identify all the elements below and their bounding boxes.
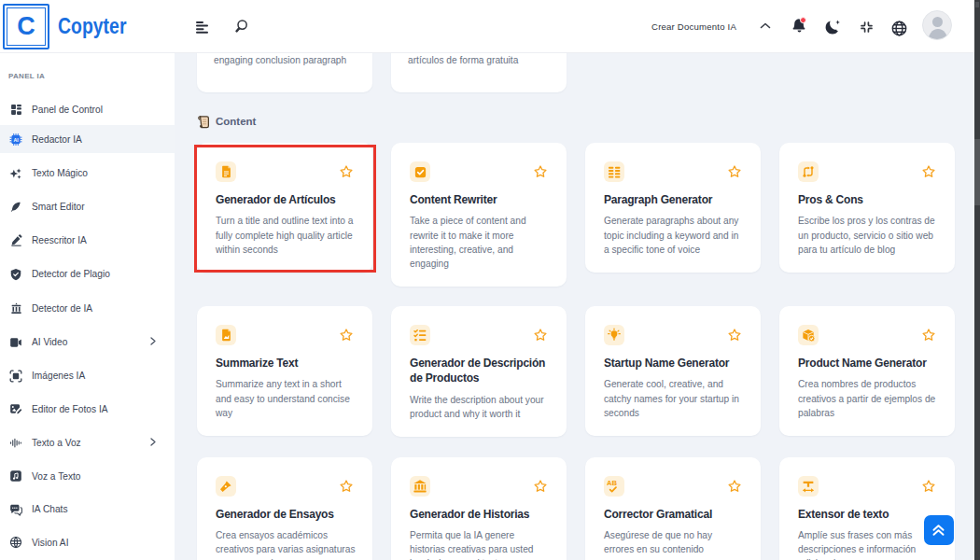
svg-text:AI: AI [13, 136, 19, 142]
svg-text:AB: AB [607, 479, 618, 487]
